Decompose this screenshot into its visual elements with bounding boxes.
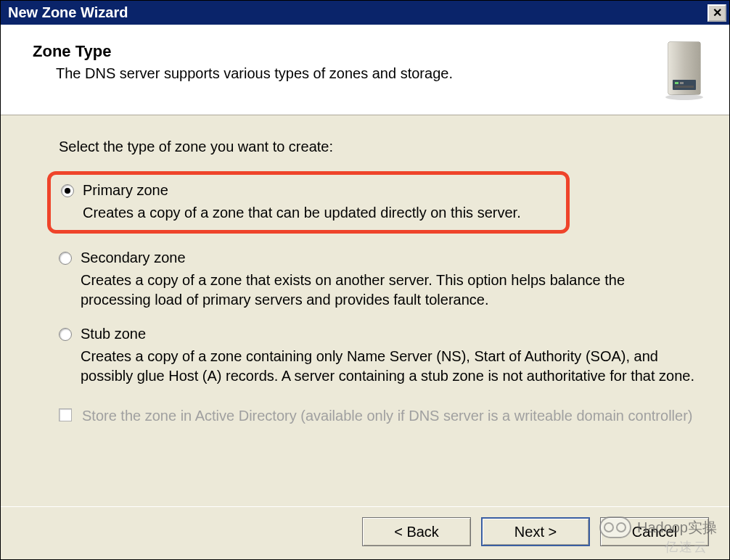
option-primary-desc: Creates a copy of a zone that can be upd… <box>83 203 556 223</box>
radio-stub[interactable] <box>59 328 72 341</box>
close-icon: ✕ <box>713 6 722 20</box>
option-secondary-label: Secondary zone <box>81 250 186 266</box>
prompt-text: Select the type of zone you want to crea… <box>59 139 697 155</box>
option-stub-label: Stub zone <box>81 326 146 342</box>
highlighted-option: Primary zone Creates a copy of a zone th… <box>47 171 570 234</box>
page-title: Zone Type <box>33 42 647 61</box>
option-stub-desc: Creates a copy of a zone containing only… <box>81 347 697 386</box>
page-subtitle: The DNS server supports various types of… <box>56 65 647 82</box>
checkbox-store-ad <box>59 408 72 421</box>
svg-rect-3 <box>675 82 678 84</box>
svg-rect-5 <box>675 86 694 88</box>
option-stub[interactable]: Stub zone <box>59 326 697 342</box>
option-secondary[interactable]: Secondary zone <box>59 250 697 266</box>
option-secondary-group: Secondary zone Creates a copy of a zone … <box>59 250 697 310</box>
cancel-button[interactable]: Cancel <box>600 517 709 546</box>
back-button[interactable]: < Back <box>362 517 471 546</box>
wizard-header: Zone Type The DNS server supports variou… <box>1 25 729 115</box>
wizard-content: Select the type of zone you want to crea… <box>1 115 729 506</box>
wizard-buttons: < Back Next > Cancel <box>1 506 729 559</box>
close-button[interactable]: ✕ <box>708 4 726 22</box>
checkbox-store-ad-label: Store the zone in Active Directory (avai… <box>82 406 692 426</box>
svg-rect-2 <box>673 80 696 90</box>
option-primary-label: Primary zone <box>83 182 168 199</box>
next-button[interactable]: Next > <box>481 517 590 546</box>
svg-point-6 <box>665 94 703 100</box>
radio-secondary[interactable] <box>59 252 72 265</box>
wizard-window: New Zone Wizard ✕ Zone Type The DNS serv… <box>0 0 730 560</box>
radio-primary[interactable] <box>61 184 74 197</box>
option-secondary-desc: Creates a copy of a zone that exists on … <box>81 271 697 310</box>
titlebar: New Zone Wizard ✕ <box>1 1 729 25</box>
svg-rect-4 <box>680 82 684 84</box>
header-text: Zone Type The DNS server supports variou… <box>33 42 647 82</box>
option-primary[interactable]: Primary zone <box>61 182 556 199</box>
option-stub-group: Stub zone Creates a copy of a zone conta… <box>59 326 697 386</box>
store-ad-option: Store the zone in Active Directory (avai… <box>59 406 697 426</box>
window-title: New Zone Wizard <box>8 4 128 21</box>
server-icon <box>661 38 708 102</box>
